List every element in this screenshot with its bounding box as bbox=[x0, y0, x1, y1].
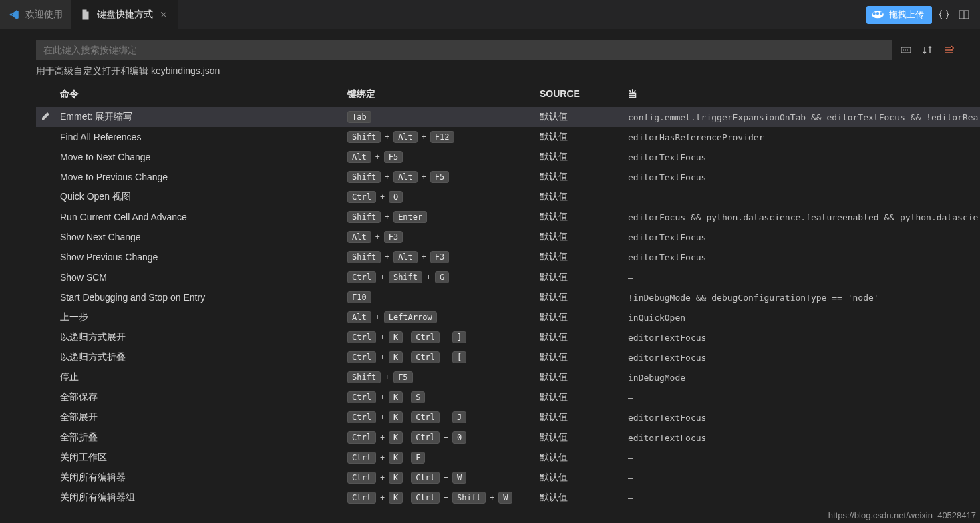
plus-separator: + bbox=[383, 212, 391, 222]
tab-welcome[interactable]: 欢迎使用 bbox=[0, 0, 71, 29]
cloud-icon bbox=[870, 9, 885, 21]
table-header: 命令 键绑定 SOURCE 当 bbox=[36, 84, 980, 107]
table-row[interactable]: 关闭工作区Ctrl+K F默认值— bbox=[36, 448, 980, 468]
tab-label: 欢迎使用 bbox=[25, 9, 63, 21]
key-cap: F3 bbox=[430, 251, 449, 263]
source-cell: 默认值 bbox=[540, 291, 628, 303]
table-row[interactable]: 以递归方式折叠Ctrl+K Ctrl+[默认值editorTextFocus bbox=[36, 347, 980, 367]
binding-cell: Ctrl+K Ctrl+0 bbox=[347, 431, 540, 444]
upload-button[interactable]: 拖拽上传 bbox=[866, 6, 932, 24]
table-row[interactable]: 关闭所有编辑器Ctrl+K Ctrl+W默认值— bbox=[36, 468, 980, 488]
source-cell: 默认值 bbox=[540, 351, 628, 363]
key-cap: Ctrl bbox=[347, 492, 376, 504]
table-row[interactable]: 停止Shift+F5默认值inDebugMode bbox=[36, 367, 980, 387]
search-input[interactable] bbox=[36, 40, 892, 60]
search-row bbox=[36, 40, 956, 60]
table-row[interactable]: Quick Open 视图Ctrl+Q默认值— bbox=[36, 187, 980, 207]
source-cell: 默认值 bbox=[540, 151, 628, 163]
watermark: https://blog.csdn.net/weixin_40528417 bbox=[828, 510, 976, 520]
plus-separator: + bbox=[379, 453, 386, 462]
header-source[interactable]: SOURCE bbox=[540, 88, 628, 100]
keybindings-json-link[interactable]: keybindings.json bbox=[151, 65, 220, 76]
header-when[interactable]: 当 bbox=[628, 88, 980, 100]
key-cap: Shift bbox=[347, 371, 381, 383]
key-cap: Shift bbox=[347, 131, 381, 143]
header-binding[interactable]: 键绑定 bbox=[347, 88, 540, 100]
command-cell: Run Current Cell And Advance bbox=[60, 212, 347, 222]
binding-cell: Tab bbox=[347, 111, 540, 123]
table-row[interactable]: 以递归方式展开Ctrl+K Ctrl+]默认值editorTextFocus bbox=[36, 327, 980, 347]
record-keys-icon[interactable] bbox=[899, 43, 913, 57]
table-row[interactable]: Show Previous ChangeShift+Alt+F3默认值edito… bbox=[36, 247, 980, 267]
svg-point-3 bbox=[880, 11, 882, 14]
table-row[interactable]: Show SCMCtrl+Shift+G默认值— bbox=[36, 267, 980, 287]
key-cap: Shift bbox=[347, 171, 381, 183]
binding-cell: Ctrl+Q bbox=[347, 191, 540, 203]
table-row[interactable]: Move to Previous ChangeShift+Alt+F5默认值ed… bbox=[36, 167, 980, 187]
table-row[interactable]: Find All ReferencesShift+Alt+F12默认值edito… bbox=[36, 127, 980, 147]
command-cell: Show Previous Change bbox=[60, 252, 347, 263]
table-row[interactable]: Emmet: 展开缩写Tab默认值config.emmet.triggerExp… bbox=[36, 107, 980, 127]
svg-point-7 bbox=[903, 49, 904, 51]
key-cap: Shift bbox=[347, 251, 381, 263]
key-cap: Ctrl bbox=[411, 411, 440, 423]
split-editor-icon[interactable] bbox=[956, 7, 972, 23]
binding-cell: Shift+F5 bbox=[347, 371, 540, 383]
when-cell: — bbox=[628, 473, 980, 483]
key-cap: F5 bbox=[384, 151, 403, 163]
source-cell: 默认值 bbox=[540, 431, 628, 444]
braces-icon[interactable] bbox=[936, 7, 952, 23]
table-row[interactable]: Start Debugging and Stop on EntryF10默认值!… bbox=[36, 287, 980, 307]
table-row[interactable]: 全部保存Ctrl+K S默认值— bbox=[36, 387, 980, 407]
plus-separator: + bbox=[379, 413, 386, 422]
plus-separator: + bbox=[383, 252, 391, 262]
sort-icon[interactable] bbox=[920, 43, 935, 57]
key-cap: ] bbox=[452, 331, 466, 343]
command-cell: Move to Next Change bbox=[60, 152, 347, 162]
when-cell: editorTextFocus bbox=[628, 252, 980, 263]
table-row[interactable]: 上一步Alt+LeftArrow默认值inQuickOpen bbox=[36, 307, 980, 327]
plus-separator: + bbox=[379, 433, 386, 442]
table-row[interactable]: Show Next ChangeAlt+F3默认值editorTextFocus bbox=[36, 227, 980, 247]
key-cap: G bbox=[435, 271, 449, 283]
command-cell: 全部展开 bbox=[60, 411, 347, 423]
key-cap: Alt bbox=[393, 131, 418, 143]
plus-separator: + bbox=[442, 493, 450, 502]
key-cap: K bbox=[389, 431, 403, 444]
source-cell: 默认值 bbox=[540, 171, 628, 183]
table-row[interactable]: 全部展开Ctrl+K Ctrl+J默认值editorTextFocus bbox=[36, 407, 980, 427]
clear-icon[interactable] bbox=[941, 43, 956, 57]
plus-separator: + bbox=[379, 393, 386, 402]
tab-keybindings[interactable]: 键盘快捷方式 bbox=[71, 0, 178, 29]
hint-text: 用于高级自定义打开和编辑 bbox=[36, 65, 151, 76]
key-cap: J bbox=[452, 411, 466, 423]
key-cap: K bbox=[389, 331, 403, 343]
close-icon[interactable] bbox=[158, 9, 169, 20]
command-cell: 关闭所有编辑器 bbox=[60, 472, 347, 484]
tab-bar: 欢迎使用 键盘快捷方式 拖拽上传 bbox=[0, 0, 980, 29]
binding-cell: Ctrl+K Ctrl+Shift+W bbox=[347, 492, 540, 504]
key-cap: Ctrl bbox=[411, 331, 440, 343]
table-row[interactable]: Run Current Cell And AdvanceShift+Enter默… bbox=[36, 207, 980, 227]
key-cap: Ctrl bbox=[347, 191, 376, 203]
source-cell: 默认值 bbox=[540, 231, 628, 243]
source-cell: 默认值 bbox=[540, 211, 628, 223]
key-cap: W bbox=[498, 492, 512, 504]
pencil-icon[interactable] bbox=[40, 111, 52, 123]
command-cell: 上一步 bbox=[60, 311, 347, 323]
table-row[interactable]: 全部折叠Ctrl+K Ctrl+0默认值editorTextFocus bbox=[36, 427, 980, 448]
table-row[interactable]: Move to Next ChangeAlt+F5默认值editorTextFo… bbox=[36, 147, 980, 167]
when-cell: editorTextFocus bbox=[628, 172, 980, 182]
when-cell: editorTextFocus bbox=[628, 353, 980, 363]
plus-separator: + bbox=[374, 152, 381, 162]
header-command[interactable]: 命令 bbox=[60, 88, 347, 100]
key-cap: Ctrl bbox=[411, 351, 440, 363]
key-cap: W bbox=[452, 472, 466, 484]
svg-point-2 bbox=[876, 11, 879, 14]
binding-cell: Alt+F3 bbox=[347, 231, 540, 243]
key-cap: Shift bbox=[347, 211, 381, 223]
table-row[interactable]: 关闭所有编辑器组Ctrl+K Ctrl+Shift+W默认值— bbox=[36, 488, 980, 508]
binding-cell: Shift+Enter bbox=[347, 211, 540, 223]
key-cap: 0 bbox=[452, 431, 466, 444]
source-cell: 默认值 bbox=[540, 411, 628, 423]
